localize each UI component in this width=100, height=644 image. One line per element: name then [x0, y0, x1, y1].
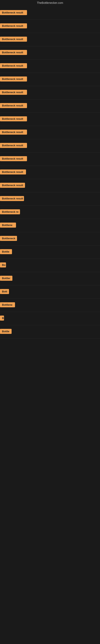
site-title: TheBottlenecker.com — [0, 0, 100, 6]
result-row: Bottleneck result — [0, 126, 100, 139]
result-row: Bottleneck result — [0, 46, 100, 60]
result-row: Bottleneck result — [0, 113, 100, 126]
result-row: Bottleneck result — [0, 139, 100, 152]
result-row: Bottleneck — [0, 232, 100, 246]
bottleneck-result-button[interactable]: Bott — [0, 289, 9, 294]
bottleneck-result-button[interactable]: Bottleneck result — [0, 183, 25, 188]
result-row: Bottleneck result — [0, 166, 100, 179]
result-row: Bottleneck result — [0, 20, 100, 33]
result-row: Bottleneck result — [0, 73, 100, 86]
bottleneck-result-button[interactable]: Bottlene — [0, 302, 15, 307]
bottleneck-result-button[interactable]: Bottleneck — [0, 236, 17, 241]
bottleneck-result-button[interactable]: Bottleneck result — [0, 37, 27, 42]
result-row: Bottleneck re — [0, 206, 100, 219]
bottleneck-result-button[interactable]: Bottler — [0, 276, 12, 281]
bottleneck-result-button[interactable]: Bottleneck result — [0, 103, 27, 108]
result-row: Bottleneck result — [0, 33, 100, 46]
bottleneck-result-button[interactable]: Bottleneck result — [0, 170, 26, 174]
result-row: Bottleneck result — [0, 192, 100, 206]
result-row: Bottleneck result — [0, 179, 100, 192]
bottleneck-result-button[interactable]: Bottleneck result — [0, 50, 27, 55]
bottleneck-result-button[interactable]: B — [0, 316, 4, 320]
result-row: Bottlene — [0, 219, 100, 232]
bottleneck-result-button[interactable]: Bottle — [0, 249, 12, 254]
result-row: Bottleneck result — [0, 60, 100, 73]
bottleneck-result-button[interactable]: Bottle — [0, 329, 12, 334]
result-row: Bottleneck result — [0, 6, 100, 20]
bottleneck-result-button[interactable]: Bottleneck result — [0, 90, 27, 95]
bottleneck-result-button[interactable]: Bottleneck result — [0, 10, 27, 15]
bottleneck-result-button[interactable]: Bottleneck result — [0, 196, 24, 201]
bottleneck-result-button[interactable]: Bottleneck result — [0, 76, 27, 82]
result-row: Bottle — [0, 246, 100, 259]
bottleneck-result-button[interactable]: Bottleneck result — [0, 143, 27, 148]
bottleneck-result-button[interactable]: Bottleneck result — [0, 156, 27, 161]
result-row: Bottle — [0, 325, 100, 338]
bottleneck-result-button[interactable]: Bottleneck result — [0, 130, 27, 135]
result-row: Bottleneck result — [0, 100, 100, 113]
bottleneck-result-button[interactable]: Bottleneck re — [0, 209, 20, 214]
result-row: Bo — [0, 259, 100, 272]
bottleneck-result-button[interactable]: Bottleneck result — [0, 116, 27, 121]
bottleneck-result-button[interactable]: Bo — [0, 262, 6, 268]
result-row: Bottleneck result — [0, 86, 100, 100]
result-row: Bottlene — [0, 299, 100, 312]
result-row: Bottleneck result — [0, 152, 100, 166]
result-row: Bottler — [0, 272, 100, 285]
bottleneck-result-button[interactable]: Bottleneck result — [0, 23, 27, 28]
bottleneck-result-button[interactable]: Bottlene — [0, 222, 16, 228]
result-row: Bott — [0, 285, 100, 299]
bottleneck-result-button[interactable]: Bottleneck result — [0, 63, 27, 68]
result-row: B — [0, 312, 100, 325]
